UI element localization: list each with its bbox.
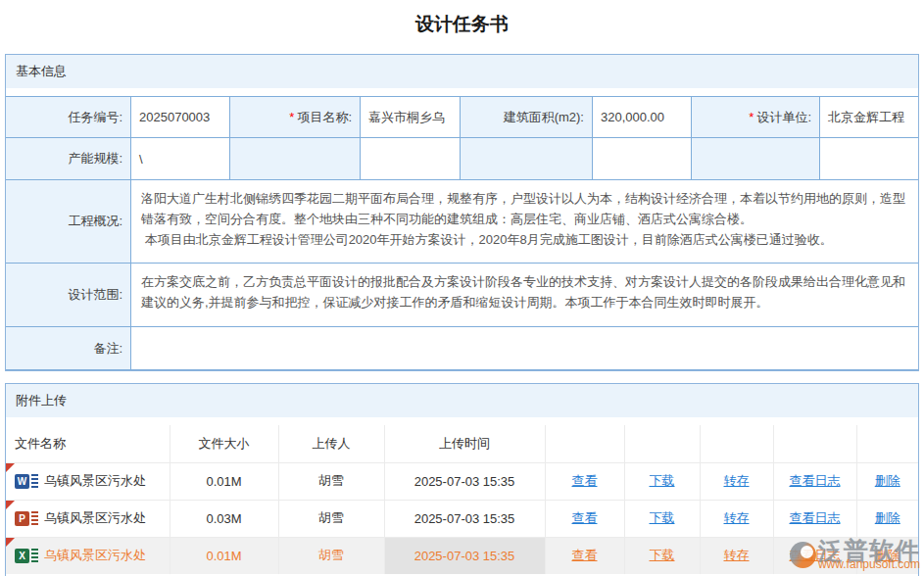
red-corner-flag-icon xyxy=(6,463,15,472)
column-header-upload-time: 上传时间 xyxy=(384,425,545,462)
capacity-value: \ xyxy=(131,138,229,179)
download-link[interactable]: 下载 xyxy=(650,548,675,562)
uploader-cell: 胡雪 xyxy=(278,462,384,500)
column-header-action xyxy=(773,425,856,462)
transfer-save-link[interactable]: 转存 xyxy=(724,548,750,562)
word-file-icon: W xyxy=(15,474,38,489)
attachment-row-highlighted: X 乌镇风景区污水处 0.01M 胡雪 2025-07-03 15:35 查看 … xyxy=(6,537,918,574)
view-link[interactable]: 查看 xyxy=(572,473,598,488)
design-unit-value: 北京金辉工程 xyxy=(820,97,918,137)
ppt-file-icon: P xyxy=(15,511,38,526)
design-task-page: 设计任务书 基本信息 任务编号: 2025070003 *项目名称: 嘉兴市桐乡… xyxy=(0,0,924,576)
project-name-label: *项目名称: xyxy=(230,97,360,137)
scope-value: 在方案交底之前，乙方负责总平面设计的报批配合及方案设计阶段各专业的技术支持、对方… xyxy=(131,264,918,326)
empty-value-cell xyxy=(361,138,460,179)
column-header-file-size: 文件大小 xyxy=(170,425,278,462)
task-no-label: 任务编号: xyxy=(6,97,130,137)
attachments-table: 文件名称 文件大小 上传人 上传时间 xyxy=(6,425,918,574)
upload-time-cell: 2025-07-03 15:35 xyxy=(384,500,545,537)
empty-label-cell xyxy=(692,138,819,179)
remark-value xyxy=(131,327,918,369)
empty-value-cell xyxy=(820,138,918,179)
empty-label-cell xyxy=(230,138,360,179)
uploader-cell: 胡雪 xyxy=(278,537,384,574)
empty-value-cell xyxy=(593,138,691,179)
remark-label: 备注: xyxy=(6,327,130,369)
building-area-value: 320,000.00 xyxy=(593,97,691,137)
view-link[interactable]: 查看 xyxy=(572,510,598,525)
project-name-value: 嘉兴市桐乡乌 xyxy=(361,97,460,137)
column-header-action xyxy=(700,425,773,462)
overview-value: 洛阳大道广生村北侧锦绣四季花园二期平面布局合理，规整有序，户型设计以人为本，结构… xyxy=(131,180,918,263)
page-title: 设计任务书 xyxy=(5,0,919,39)
capacity-label: 产能规模: xyxy=(6,138,130,179)
overview-label: 工程概况: xyxy=(6,180,130,263)
file-name-text: 乌镇风景区污水处 xyxy=(44,547,146,564)
download-link[interactable]: 下载 xyxy=(650,510,675,525)
design-unit-label: *设计单位: xyxy=(692,97,819,137)
delete-link[interactable]: 删除 xyxy=(875,473,900,488)
basic-info-panel: 基本信息 任务编号: 2025070003 *项目名称: 嘉兴市桐乡乌 建筑面积… xyxy=(5,54,919,371)
required-marker: * xyxy=(289,110,294,124)
file-size-cell: 0.01M xyxy=(170,462,278,500)
file-size-cell: 0.03M xyxy=(170,500,278,537)
delete-link[interactable]: 删除 xyxy=(875,510,900,525)
view-link[interactable]: 查看 xyxy=(572,548,598,562)
required-marker: * xyxy=(749,110,754,124)
transfer-save-link[interactable]: 转存 xyxy=(724,510,750,525)
excel-file-icon: X xyxy=(15,549,38,563)
file-name-cell: P 乌镇风景区污水处 xyxy=(6,500,170,537)
basic-info-section-header: 基本信息 xyxy=(6,55,918,88)
attachment-row: W 乌镇风景区污水处 0.01M 胡雪 2025-07-03 15:35 查看 … xyxy=(6,462,918,500)
file-name-text: 乌镇风景区污水处 xyxy=(44,472,146,490)
view-log-link[interactable]: 查看日志 xyxy=(790,473,841,488)
upload-time-cell: 2025-07-03 15:35 xyxy=(384,462,545,500)
uploader-cell: 胡雪 xyxy=(278,500,384,537)
attachments-header-row: 文件名称 文件大小 上传人 上传时间 xyxy=(6,425,918,462)
download-link[interactable]: 下载 xyxy=(650,473,675,488)
file-name-cell: X 乌镇风景区污水处 xyxy=(6,537,170,574)
transfer-save-link[interactable]: 转存 xyxy=(724,473,750,488)
building-area-label: 建筑面积(m2): xyxy=(461,97,592,137)
attachment-row: P 乌镇风景区污水处 0.03M 胡雪 2025-07-03 15:35 查看 … xyxy=(6,500,918,537)
file-name-text: 乌镇风景区污水处 xyxy=(44,509,146,527)
view-log-link[interactable]: 查看日志 xyxy=(790,548,841,562)
column-header-uploader: 上传人 xyxy=(278,425,384,462)
basic-info-form: 任务编号: 2025070003 *项目名称: 嘉兴市桐乡乌 建筑面积(m2):… xyxy=(6,96,918,370)
column-header-file-name: 文件名称 xyxy=(6,425,170,462)
view-log-link[interactable]: 查看日志 xyxy=(790,510,841,525)
column-header-action xyxy=(624,425,700,462)
scope-label: 设计范围: xyxy=(6,264,130,326)
attachments-table-wrap: 文件名称 文件大小 上传人 上传时间 xyxy=(6,425,918,574)
red-corner-flag-icon xyxy=(6,538,15,547)
task-no-value: 2025070003 xyxy=(131,97,229,137)
file-size-cell: 0.01M xyxy=(170,537,278,574)
attachments-section-header: 附件上传 xyxy=(6,384,918,417)
attachments-panel: 附件上传 文件名称 文件大小 上传人 上传时间 xyxy=(5,383,919,576)
column-header-action xyxy=(856,425,918,462)
red-corner-flag-icon xyxy=(6,501,15,509)
column-header-action xyxy=(545,425,624,462)
file-name-cell: W 乌镇风景区污水处 xyxy=(6,462,170,500)
empty-label-cell xyxy=(461,138,592,179)
delete-link[interactable]: 删除 xyxy=(875,548,900,562)
upload-time-cell: 2025-07-03 15:35 xyxy=(384,537,545,574)
